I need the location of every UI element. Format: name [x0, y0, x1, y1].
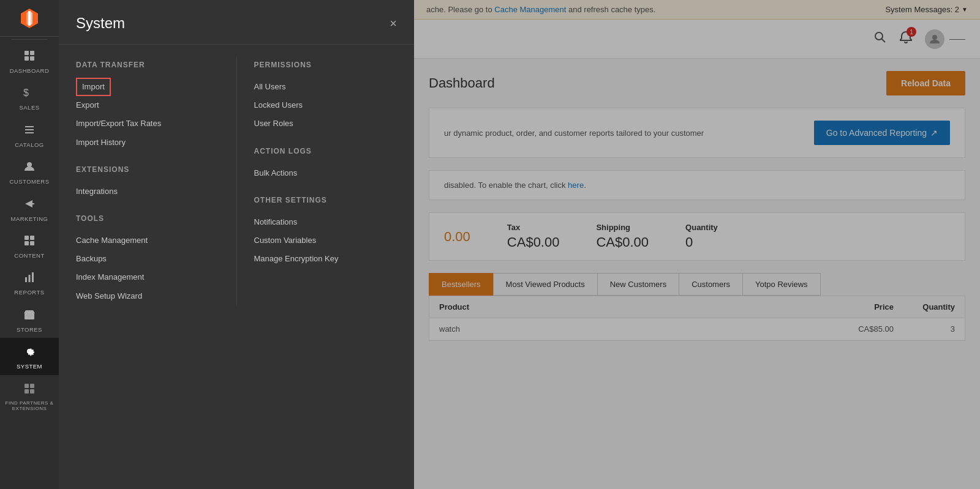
manage-encryption-key-link[interactable]: Manage Encryption Key	[254, 250, 398, 268]
permissions-header: Permissions	[254, 61, 398, 69]
tab-most-viewed-products[interactable]: Most Viewed Products	[493, 273, 597, 296]
svg-rect-9	[25, 126, 34, 127]
system-messages-label: System Messages: 2	[885, 5, 959, 14]
user-roles-link[interactable]: User Roles	[254, 114, 398, 133]
tab-yotpo-reviews[interactable]: Yotpo Reviews	[742, 273, 821, 296]
tabs-row: Bestsellers Most Viewed Products New Cus…	[429, 273, 965, 296]
system-messages-button[interactable]: System Messages: 2 ▼	[885, 5, 968, 14]
panel-col-left: Data Transfer Import Export Import/Expor…	[59, 57, 236, 305]
action-logs-section: Action Logs Bulk Actions	[254, 147, 398, 182]
reports-icon	[23, 271, 36, 286]
sidebar-item-label-sales: SALES	[19, 104, 39, 111]
svg-rect-18	[29, 275, 31, 282]
username-label: ——	[949, 34, 965, 43]
export-link[interactable]: Export	[76, 96, 219, 114]
svg-rect-3	[28, 11, 31, 26]
shipping-stat: Shipping CA$0.00	[596, 223, 649, 250]
sidebar-item-label-reports: REPORTS	[14, 289, 44, 296]
sidebar-item-customers[interactable]: CUSTOMERS	[0, 153, 59, 190]
svg-rect-21	[28, 316, 31, 319]
other-settings-header: Other Settings	[254, 196, 398, 204]
sidebar-item-label-marketing: MARKETING	[11, 215, 48, 222]
index-management-link[interactable]: Index Management	[76, 268, 219, 286]
quantity-stat: Quantity 0	[685, 223, 718, 250]
panel-col-right: Permissions All Users Locked Users User …	[236, 57, 415, 305]
sidebar-item-label-find-partners: FIND PARTNERS & EXTENSIONS	[2, 400, 56, 412]
locked-users-link[interactable]: Locked Users	[254, 96, 398, 114]
content-header: Dashboard Reload Data	[429, 71, 965, 95]
notifications-badge: 1	[907, 27, 916, 37]
system-panel-close-button[interactable]: ×	[390, 17, 397, 29]
svg-rect-5	[30, 51, 34, 55]
system-panel-title: System	[76, 15, 125, 32]
table-cell-price: CA$85.00	[802, 324, 894, 334]
import-history-link[interactable]: Import History	[76, 133, 219, 152]
system-panel: System × Data Transfer Import Export Imp…	[59, 0, 414, 489]
system-icon	[23, 345, 36, 360]
customers-icon	[23, 160, 36, 176]
tax-stat: Tax CA$0.00	[507, 223, 560, 250]
page-title: Dashboard	[429, 75, 495, 91]
catalog-icon	[23, 124, 36, 139]
find-partners-icon	[23, 383, 36, 398]
svg-rect-16	[30, 241, 34, 245]
sidebar-item-sales[interactable]: $ SALES	[0, 79, 59, 116]
products-table: Product Price Quantity watch CA$85.00 3	[429, 296, 965, 341]
tab-bestsellers[interactable]: Bestsellers	[429, 273, 493, 296]
revenue-stat: 0.00	[444, 229, 470, 245]
web-setup-wizard-link[interactable]: Web Setup Wizard	[76, 287, 219, 305]
quantity-label: Quantity	[685, 223, 718, 232]
tab-new-customers[interactable]: New Customers	[597, 273, 679, 296]
sidebar-item-system[interactable]: SYSTEM	[0, 338, 59, 375]
search-icon-button[interactable]	[873, 31, 887, 47]
backups-link[interactable]: Backups	[76, 250, 219, 268]
sidebar-item-content[interactable]: CONTENT	[0, 227, 59, 264]
sidebar-item-catalog[interactable]: CATALOG	[0, 116, 59, 153]
main-area: ache. Please go to Cache Management and …	[414, 0, 980, 489]
table-row: watch CA$85.00 3	[429, 318, 965, 340]
go-to-advanced-reporting-button[interactable]: Go to Advanced Reporting ↗	[814, 121, 950, 145]
integrations-link[interactable]: Integrations	[76, 182, 219, 201]
sidebar-item-find-partners[interactable]: FIND PARTNERS & EXTENSIONS	[0, 375, 59, 417]
import-export-tax-rates-link[interactable]: Import/Export Tax Rates	[76, 114, 219, 133]
sidebar-item-dashboard[interactable]: DASHBOARD	[0, 42, 59, 79]
marketing-icon	[23, 198, 36, 213]
cache-management-link[interactable]: Cache Management	[76, 231, 219, 250]
cache-management-notification-link[interactable]: Cache Management	[494, 5, 566, 14]
notification-bar: ache. Please go to Cache Management and …	[414, 0, 980, 20]
quantity-value: 0	[685, 234, 718, 250]
sidebar-item-marketing[interactable]: MARKETING	[0, 190, 59, 227]
panel-columns: Data Transfer Import Export Import/Expor…	[59, 45, 414, 305]
sidebar-logo	[0, 0, 59, 37]
table-header-product: Product	[439, 302, 802, 312]
chart-disabled-box: disabled. To enable the chart, click her…	[429, 170, 965, 200]
svg-rect-17	[25, 277, 27, 282]
advanced-btn-label: Go to Advanced Reporting	[826, 128, 927, 138]
table-cell-qty: 3	[894, 324, 955, 334]
notifications-link[interactable]: Notifications	[254, 213, 398, 231]
svg-rect-25	[30, 389, 34, 394]
stores-icon	[23, 308, 36, 324]
chart-enable-link[interactable]: here	[568, 181, 584, 190]
revenue-value: 0.00	[444, 229, 470, 245]
bulk-actions-link[interactable]: Bulk Actions	[254, 164, 398, 182]
svg-rect-10	[25, 129, 34, 130]
svg-rect-24	[24, 389, 29, 394]
user-menu-button[interactable]: ——	[925, 29, 965, 49]
sidebar-item-reports[interactable]: REPORTS	[0, 264, 59, 300]
sidebar-item-stores[interactable]: STORES	[0, 301, 59, 338]
custom-variables-link[interactable]: Custom Variables	[254, 231, 398, 250]
svg-rect-6	[24, 56, 29, 61]
header-bar: 1 ——	[414, 20, 980, 59]
shipping-label: Shipping	[596, 223, 649, 232]
all-users-link[interactable]: All Users	[254, 78, 398, 96]
svg-rect-4	[24, 51, 29, 55]
advanced-reporting-text: ur dynamic product, order, and customer …	[444, 129, 814, 138]
svg-rect-11	[25, 132, 34, 133]
notifications-icon-button[interactable]: 1	[899, 31, 913, 47]
sidebar-item-label-stores: STORES	[17, 326, 42, 333]
reload-data-button[interactable]: Reload Data	[886, 71, 965, 95]
shipping-value: CA$0.00	[596, 234, 649, 250]
tab-customers[interactable]: Customers	[679, 273, 742, 296]
import-link[interactable]: Import	[76, 78, 111, 96]
